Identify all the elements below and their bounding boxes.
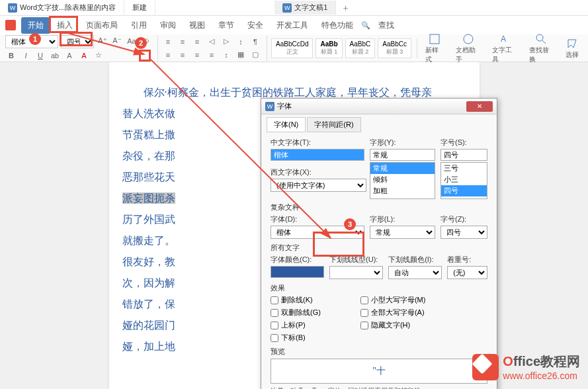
underline-icon[interactable]: U (34, 50, 46, 62)
styles-group: AaBbCcDd正文 AaBb标题 1 AaBbC标题 2 AaBbCc标题 3 (271, 38, 417, 58)
tab-section[interactable]: 章节 (212, 17, 241, 34)
dialog-titlebar[interactable]: W 字体 ✕ (261, 99, 497, 114)
tab-devtools[interactable]: 开发工具 (270, 17, 315, 34)
tab-reference[interactable]: 引用 (124, 17, 153, 34)
check-strike[interactable]: 删除线(K) (271, 295, 321, 305)
watermark-brand: Office教程网 (503, 353, 580, 370)
find-replace-button[interactable]: 查找替换 (525, 32, 558, 64)
select-underline-style[interactable] (329, 266, 383, 279)
annotation-marker-2: 2 (135, 37, 147, 49)
tab-features[interactable]: 特色功能 (315, 17, 360, 34)
label-emphasis: 着重号: (447, 255, 487, 265)
dialog-tabs: 字体(N) 字符间距(R) (261, 114, 497, 132)
align-justify-icon[interactable]: ≡ (206, 49, 218, 61)
tab-layout[interactable]: 页面布局 (79, 17, 124, 34)
effects-checks: 删除线(K) 双删除线(G) 上标(P) 下标(B) 小型大写字母(M) 全部大… (271, 295, 487, 343)
svg-point-1 (464, 34, 473, 44)
size-list[interactable]: 三号 小三 四号 (441, 162, 487, 199)
svg-text:A: A (501, 34, 506, 44)
font-color-icon[interactable]: A (78, 50, 90, 62)
select-font-color[interactable] (271, 266, 324, 278)
style-h3[interactable]: AaBbCc标题 3 (378, 38, 411, 58)
dialog-close-button[interactable]: ✕ (466, 101, 493, 112)
input-size[interactable] (441, 149, 487, 161)
indent-right-icon[interactable]: ▷ (220, 36, 232, 48)
watermark-url: www.office26.com (503, 370, 580, 381)
dialog-icon: W (265, 102, 274, 111)
tab-review[interactable]: 审阅 (153, 17, 183, 34)
doc-assist-icon (462, 32, 475, 46)
list-item: 小三 (441, 174, 487, 185)
check-hidden[interactable]: 隐藏文字(H) (360, 320, 426, 330)
bullets-icon[interactable]: ≡ (162, 36, 174, 48)
select-west-font[interactable]: (使用中文字体) (271, 179, 366, 192)
style-list[interactable]: 常规 倾斜 加粗 (370, 162, 435, 199)
doc-assist-button[interactable]: 文档助手 (452, 32, 484, 64)
style-normal[interactable]: AaBbCcDd正文 (271, 38, 313, 58)
word-icon: W (282, 3, 292, 13)
label-size-z: 字号(Z): (441, 214, 487, 224)
annotation-box-1 (49, 16, 78, 33)
truetype-note: 这是一种 TrueType 字体，同时适用于屏幕和打印机。 (271, 386, 487, 389)
select-emphasis[interactable]: (无) (447, 266, 487, 279)
annotation-box-3 (313, 232, 364, 257)
doc-tab-1[interactable]: WWord文字技...除表格里的内容 (0, 1, 124, 15)
section-complex: 复杂文种 (271, 202, 487, 212)
svg-rect-0 (430, 34, 439, 44)
input-cn-font[interactable] (271, 149, 364, 161)
align-center-icon[interactable]: ≡ (177, 49, 189, 61)
font-dialog-launcher[interactable] (139, 50, 151, 62)
text-tools-button[interactable]: A文字工具 (488, 32, 521, 64)
numbering-icon[interactable]: ≡ (177, 36, 189, 48)
show-marks-icon[interactable]: ¶ (249, 36, 261, 48)
multilevel-icon[interactable]: ≡ (191, 36, 203, 48)
tab-security[interactable]: 安全 (241, 17, 270, 34)
italic-icon[interactable]: I (20, 50, 32, 62)
tab-find[interactable]: 查找 (372, 17, 401, 34)
section-preview: 预览 (271, 347, 487, 357)
input-style[interactable] (370, 149, 435, 161)
sort-icon[interactable]: ↕ (235, 36, 247, 48)
select-button[interactable]: 选择 (562, 37, 583, 60)
bg-color-icon[interactable]: ☆ (93, 50, 105, 62)
dialog-title-text: 字体 (277, 101, 292, 111)
check-subscript[interactable]: 下标(B) (271, 333, 321, 343)
dialog-tab-spacing[interactable]: 字符间距(R) (307, 117, 360, 132)
list-item: 加粗 (370, 185, 435, 196)
grow-font-icon[interactable]: A⁺ (97, 35, 108, 47)
find-icon (534, 32, 548, 46)
check-dbl-strike[interactable]: 双删除线(G) (271, 308, 321, 318)
doc-tab-2[interactable]: 新建 (124, 1, 155, 15)
check-superscript[interactable]: 上标(P) (271, 320, 321, 330)
line-spacing-icon[interactable]: ↕ (220, 49, 232, 61)
list-item: 常规 (370, 163, 435, 174)
check-small-caps[interactable]: 小型大写字母(M) (360, 295, 426, 305)
select-underline-color[interactable]: 自动 (388, 266, 442, 279)
borders-icon[interactable]: ▢ (249, 49, 261, 61)
tab-start[interactable]: 开始 (21, 17, 50, 34)
select-style-l[interactable]: 常规 (370, 226, 435, 239)
align-left-icon[interactable]: ≡ (162, 49, 174, 61)
add-tab-button[interactable]: + (336, 3, 355, 13)
label-underline-color: 下划线颜色(I): (388, 255, 442, 265)
dialog-tab-font[interactable]: 字体(N) (267, 117, 306, 132)
strike-icon[interactable]: ab (49, 50, 61, 62)
align-right-icon[interactable]: ≡ (191, 49, 203, 61)
list-item: 倾斜 (370, 174, 435, 185)
doc-tab-3[interactable]: W文字文稿1 (274, 1, 336, 15)
watermark-icon (472, 354, 499, 380)
shrink-font-icon[interactable]: A⁻ (111, 35, 123, 47)
bold-icon[interactable]: B (5, 50, 17, 62)
select-size-z[interactable]: 四号 (441, 226, 487, 239)
new-style-button[interactable]: 新样式 (421, 32, 448, 64)
title-bar: WWord文字技...除表格里的内容 新建 W文字文稿1 + (0, 0, 588, 16)
tab-view[interactable]: 视图 (183, 17, 212, 34)
indent-left-icon[interactable]: ◁ (206, 36, 218, 48)
highlight-icon[interactable]: A (63, 50, 75, 62)
font-dialog: W 字体 ✕ 字体(N) 字符间距(R) 中文字体(T): 字形(Y): 常规 … (261, 98, 497, 389)
style-h2[interactable]: AaBbC标题 2 (345, 38, 376, 58)
shading-icon[interactable]: ▦ (235, 49, 247, 61)
check-all-caps[interactable]: 全部大写字母(A) (360, 308, 426, 318)
style-h1[interactable]: AaBb标题 1 (315, 38, 342, 58)
svg-point-3 (536, 34, 543, 41)
